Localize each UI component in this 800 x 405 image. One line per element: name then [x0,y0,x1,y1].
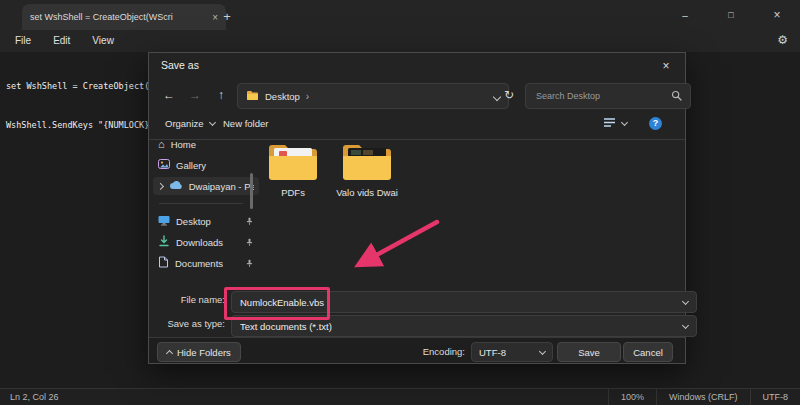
view-options-icon [603,117,616,130]
folder-icon [267,141,319,185]
notepad-tab[interactable]: set WshShell = CreateObject(WScri × [22,4,226,30]
titlebar: set WshShell = CreateObject(WScri × + – … [0,0,800,30]
folder-label: PDFs [281,187,305,198]
document-icon [158,256,169,270]
tab-title: set WshShell = CreateObject(WScri [30,12,206,22]
save-type-dropdown[interactable]: Text documents (*.txt) [231,315,697,337]
folder-item-valo-vids[interactable]: Valo vids Dwai [335,141,399,198]
breadcrumb-folder-icon [246,90,259,103]
zoom-level: 100% [608,389,656,405]
encoding-label: Encoding: [389,346,465,357]
cancel-button[interactable]: Cancel [623,342,673,362]
minimize-button[interactable]: – [662,0,708,30]
chevron-down-icon [621,118,628,125]
search-input[interactable] [534,90,671,102]
sidebar-scrollbar[interactable] [250,173,253,209]
encoding-dropdown[interactable]: UTF-8 [471,342,553,362]
sidebar-item-gallery[interactable]: Gallery [153,156,259,174]
statusbar: Ln 2, Col 26 100% Windows (CRLF) UTF-8 [0,388,800,405]
maximize-button[interactable]: □ [708,0,754,30]
dropdown-chevron-icon[interactable] [539,347,546,354]
pin-icon [245,217,254,226]
menu-view[interactable]: View [81,32,125,50]
file-name-label: File name: [149,294,225,305]
sidebar-item-label: Home [171,139,196,150]
hide-folders-button[interactable]: Hide Folders [157,342,241,362]
pin-icon [245,238,254,247]
breadcrumb-separator: › [306,91,309,102]
sidebar-item-onedrive[interactable]: Dwaipayan - Per [153,177,259,195]
save-button[interactable]: Save [557,342,621,362]
dropdown-chevron-icon[interactable] [682,321,689,328]
menu-file[interactable]: File [4,32,42,50]
sidebar-item-label: Dwaipayan - Per [189,181,254,192]
sidebar-item-home[interactable]: ⌂ Home [153,135,259,153]
downloads-icon [158,235,170,249]
new-folder-label: New folder [223,118,268,129]
pin-icon [245,259,254,268]
close-button[interactable]: × [754,0,800,30]
dropdown-chevron-icon[interactable] [682,297,689,304]
back-button[interactable]: ← [157,83,181,107]
sidebar-item-label: Downloads [176,237,223,248]
chevron-right-icon[interactable] [157,183,164,190]
cursor-position: Ln 2, Col 26 [0,392,69,402]
forward-button[interactable]: → [183,83,207,107]
folder-item-pdfs[interactable]: PDFs [261,141,325,198]
view-options-button[interactable] [597,113,633,133]
save-type-value: Text documents (*.txt) [240,321,332,332]
settings-gear-icon[interactable]: ⚙ [777,33,788,47]
save-type-label: Save as type: [149,318,225,329]
help-button[interactable]: ? [643,113,668,133]
save-as-dialog: Save as × ← → ↑ Desktop › ↻ Organize Ne [148,52,686,364]
dialog-close-button[interactable]: × [647,53,685,79]
sidebar-item-label: Desktop [176,216,211,227]
cloud-icon [169,180,183,192]
sidebar-item-desktop[interactable]: Desktop [153,212,259,230]
menubar: File Edit View [0,30,800,52]
line-ending: Windows (CRLF) [656,389,750,405]
organize-label: Organize [165,118,204,129]
breadcrumb-location[interactable]: Desktop [265,91,300,102]
hide-folders-label: Hide Folders [177,347,231,358]
sidebar-item-label: Documents [175,258,223,269]
file-name-value: NumlockEnable.vbs [240,297,324,308]
chevron-up-icon [166,350,173,357]
refresh-button[interactable]: ↻ [497,83,521,107]
menu-edit[interactable]: Edit [42,32,81,50]
gallery-icon [158,158,170,172]
organize-button[interactable]: Organize [159,113,221,133]
sidebar-item-label: Gallery [176,160,206,171]
search-icon [671,90,682,103]
breadcrumb[interactable]: Desktop › [237,83,509,109]
up-button[interactable]: ↑ [209,83,233,107]
folder-label: Valo vids Dwai [336,187,398,198]
new-folder-button[interactable]: New folder [217,113,274,133]
sidebar-item-documents[interactable]: Documents [153,254,259,272]
encoding-value: UTF-8 [479,347,506,358]
dialog-title: Save as [161,59,199,71]
help-icon: ? [649,117,662,130]
encoding-status: UTF-8 [750,389,800,405]
file-name-input[interactable]: NumlockEnable.vbs [231,291,697,313]
new-tab-button[interactable]: + [218,7,236,25]
sidebar-item-downloads[interactable]: Downloads [153,233,259,251]
home-icon: ⌂ [158,138,165,150]
folder-icon [341,141,393,185]
desktop-icon [158,215,170,228]
search-box [525,83,691,109]
chevron-down-icon [209,118,216,125]
divider [159,203,243,204]
